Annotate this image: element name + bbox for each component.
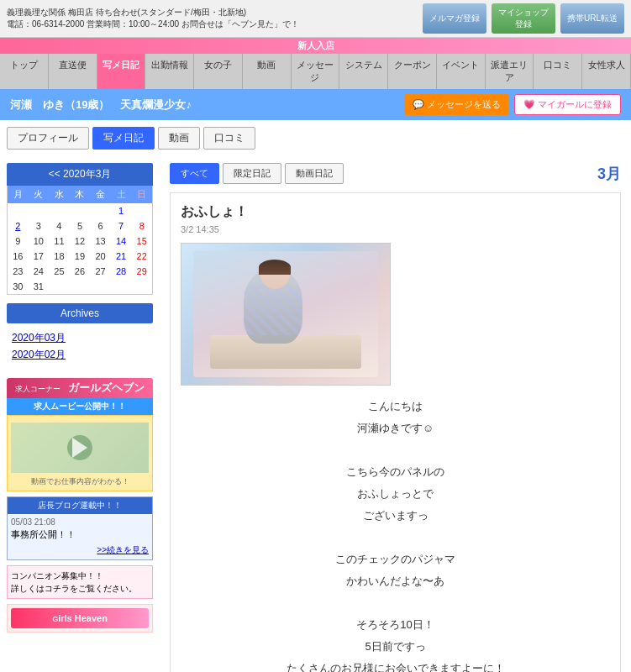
shop-info: 義理義理な関係 梅田店 待ち合わせ(スタンダード/梅田・北新地) 電話：06-6… [7,7,299,30]
archive-feb[interactable]: 2020年02月 [12,348,148,362]
cal-day-16[interactable]: 16 [8,249,29,264]
heaven-logo[interactable]: Girls Heaven [11,608,149,628]
cal-day-3[interactable]: 3 [29,218,50,234]
blog-date: 05/03 21:08 [11,517,149,527]
nav-coupon[interactable]: クーポン [388,54,437,89]
cal-day-empty7 [70,279,91,294]
sub-nav: プロフィール 写メ日記 動画 口コミ [0,120,631,156]
cal-day-19[interactable]: 19 [70,249,91,264]
nav-schedule[interactable]: 出勤情報 [145,54,194,89]
hair-shape [259,260,291,275]
top-buttons: メルマガ登録 マイショップ 登録 携帯URL転送 [423,3,624,34]
filter-limited-button[interactable]: 限定日記 [223,163,281,184]
calendar-weekdays: 月 火 水 木 金 土 日 [8,186,152,203]
archives-header: Archives [7,303,153,323]
nav-event[interactable]: イベント [437,54,486,89]
nav-area[interactable]: 派遣エリア [486,54,534,89]
cal-day-empty8 [90,279,111,294]
cal-day-5[interactable]: 5 [70,218,91,234]
nav-female-job[interactable]: 女性求人 [582,54,631,89]
cal-day-25[interactable]: 25 [49,264,70,279]
nav-system[interactable]: システム [339,54,388,89]
photo-placeholder [210,260,361,369]
cal-day-21[interactable]: 21 [111,249,132,264]
cal-day-8[interactable]: 8 [131,218,152,234]
mailmag-button[interactable]: メルマガ登録 [423,3,486,34]
nav-girls[interactable]: 女の子 [194,54,243,89]
diary-line-1: こんにちは [181,396,610,417]
cal-day-empty3 [49,203,70,218]
diary-line-5: ございますっ [181,505,610,527]
companion-ad: コンパニオン募集中！！ 詳しくはコチラをご覧ください。 [7,565,153,599]
nav-message[interactable]: メッセージ [292,54,340,89]
cal-day-empty6 [49,279,70,294]
girls-heaven-label: 求人コーナー ガールズヘブン [7,378,153,398]
calendar-days: 1 2 3 4 5 6 7 8 9 10 11 12 13 14 15 16 [8,203,152,294]
video-ad-label[interactable]: 求人ムービー公開中！！ [7,398,153,415]
calendar-header[interactable]: << 2020年3月 [7,163,153,186]
diary-line-8: そろそろ10日！ [181,614,610,636]
cal-day-7[interactable]: 7 [111,218,132,234]
diary-line-7: かわいんだよな〜あ [181,570,610,592]
diary-filter: すべて 限定日記 動画日記 3月 [170,163,621,184]
filter-video-button[interactable]: 動画日記 [285,163,344,184]
nav-diary[interactable]: 写メ日記 [97,54,146,89]
tab-diary[interactable]: 写メ日記 [92,127,155,150]
cal-day-29[interactable]: 29 [131,264,152,279]
cal-day-17[interactable]: 17 [29,249,50,264]
tab-review[interactable]: 口コミ [203,127,255,150]
more-link[interactable]: >>続きを見る [11,544,149,556]
filter-all-button[interactable]: すべて [170,163,219,184]
tab-profile[interactable]: プロフィール [7,127,89,150]
cal-day-10[interactable]: 10 [29,234,50,249]
nav-video[interactable]: 動画 [243,54,292,89]
video-ad-area[interactable]: 動画でお仕事内容がわかる！ [7,415,153,491]
nav-delivery[interactable]: 直送便 [49,54,97,89]
mobile-url-button[interactable]: 携帯URL転送 [560,3,624,34]
weekday-sun: 日 [131,186,152,203]
cal-day-27[interactable]: 27 [90,264,111,279]
archive-march[interactable]: 2020年03月 [12,331,148,345]
sidebar: << 2020年3月 月 火 水 木 金 土 日 1 2 [0,156,160,672]
companion-text: コンパニオン募集中！！ 詳しくはコチラをご覧ください。 [11,570,149,595]
myshop-button[interactable]: マイショップ 登録 [492,3,555,34]
diary-title: おふしょ！ [181,203,610,221]
archives-list: 2020年03月 2020年02月 [7,323,153,370]
cal-day-14[interactable]: 14 [111,234,132,249]
nav-top[interactable]: トップ [0,54,49,89]
cal-day-empty5 [90,203,111,218]
diary-line-2: 河瀬ゆきです☺ [181,417,610,439]
weekday-tue: 火 [29,186,50,203]
tab-video[interactable]: 動画 [158,127,200,150]
cal-day-23[interactable]: 23 [8,264,29,279]
cal-day-2[interactable]: 2 [8,218,29,234]
diary-date: 3/2 14:35 [181,224,610,234]
cal-day-15[interactable]: 15 [131,234,152,249]
cal-day-11[interactable]: 11 [49,234,70,249]
cal-day-1-sat[interactable]: 1 [111,203,132,218]
cal-day-empty9 [111,279,132,294]
shop-name: 義理義理な関係 梅田店 待ち合わせ(スタンダード/梅田・北新地) [7,7,299,18]
nav-review[interactable]: 口コミ [534,54,582,89]
cal-day-13[interactable]: 13 [90,234,111,249]
cal-day-12[interactable]: 12 [70,234,91,249]
cal-day-18[interactable]: 18 [49,249,70,264]
cal-day-28[interactable]: 28 [111,264,132,279]
cal-day-9[interactable]: 9 [8,234,29,249]
send-message-button[interactable]: 💬 メッセージを送る [404,94,509,115]
heaven-logo-area: Girls Heaven [7,604,153,633]
cal-day-empty4 [70,203,91,218]
cal-day-31[interactable]: 31 [29,279,50,294]
cal-day-22[interactable]: 22 [131,249,152,264]
cal-day-24[interactable]: 24 [29,264,50,279]
cal-day-30[interactable]: 30 [8,279,29,294]
cal-day-20[interactable]: 20 [90,249,111,264]
play-button-circle[interactable] [67,435,92,460]
video-thumbnail[interactable] [11,423,149,473]
cal-day-6[interactable]: 6 [90,218,111,234]
cal-day-26[interactable]: 26 [70,264,91,279]
video-ad-subtext: 動画でお仕事内容がわかる！ [11,476,149,487]
add-mygirl-button[interactable]: 💗 マイガールに登録 [514,94,621,115]
cal-day-4[interactable]: 4 [49,218,70,234]
sidebar-ad: 求人コーナー ガールズヘブン 求人ムービー公開中！！ 動画でお仕事内容がわかる！… [7,378,153,633]
